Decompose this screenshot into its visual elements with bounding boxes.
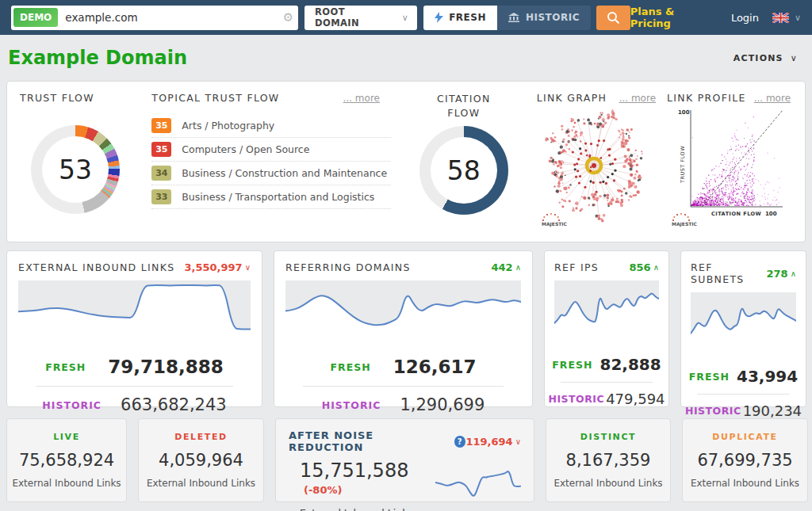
svg-text:100: 100 xyxy=(678,109,690,116)
topical-row[interactable]: 33 Business / Transportation and Logisti… xyxy=(151,185,391,209)
card-label: DISTINCT xyxy=(546,432,670,442)
metrics-row: EXTERNAL INBOUND LINKS 3,550,997∨ FRESH7… xyxy=(6,250,806,407)
duplicate-links-card: DUPLICATE 67,699,735 External Inbound Li… xyxy=(682,418,808,502)
historic-label: HISTORIC xyxy=(685,405,741,417)
chevron-up-icon: ∧ xyxy=(653,263,659,272)
topical-row[interactable]: 35 Arts / Photography xyxy=(151,114,391,138)
card-value: 67,699,735 xyxy=(683,451,807,470)
fresh-value: 43,994 xyxy=(737,367,798,386)
topical-row[interactable]: 34 Business / Construction and Maintenan… xyxy=(151,162,391,185)
topical-row[interactable]: 35 Computers / Open Source xyxy=(151,138,391,162)
card-label: AFTER NOISE REDUCTION xyxy=(289,429,449,453)
chevron-down-icon: ∨ xyxy=(515,437,521,446)
card-subtitle: External Inbound Links xyxy=(683,478,807,489)
citation-flow-value: 58 xyxy=(447,155,481,186)
domain-search-box: DEMO ⚙ xyxy=(11,6,298,30)
search-icon xyxy=(607,11,620,25)
fresh-value: 126,617 xyxy=(393,357,477,377)
card-value: 4,059,964 xyxy=(139,451,263,470)
language-selector[interactable]: ∨ xyxy=(772,13,801,23)
ref-subnets-card: REF SUBNETS 278∧ FRESH43,994 HISTORIC190… xyxy=(680,250,806,407)
domain-search-input[interactable] xyxy=(58,11,282,24)
topical-trust-flow-label: TOPICAL TRUST FLOW xyxy=(151,92,279,104)
after-noise-reduction-card: AFTER NOISE REDUCTION ? 119,694∨ 15,751,… xyxy=(275,418,534,502)
svg-text:MAJESTIC: MAJESTIC xyxy=(672,221,698,227)
divider xyxy=(303,386,504,387)
svg-text:CITATION FLOW: CITATION FLOW xyxy=(711,211,761,217)
topic-name: Business / Construction and Maintenance xyxy=(182,167,387,179)
chevron-down-icon: ∨ xyxy=(245,263,251,272)
card-subtitle: External Inbound Links xyxy=(300,507,435,511)
fresh-index-button[interactable]: FRESH xyxy=(423,6,497,30)
fresh-value: 79,718,888 xyxy=(108,357,224,377)
search-button[interactable] xyxy=(596,6,630,30)
percentage-change: (-80%) xyxy=(304,484,342,496)
divider xyxy=(561,382,653,383)
trust-flow-donut: 53 xyxy=(31,125,120,214)
delta-value[interactable]: 442∧ xyxy=(492,261,521,273)
historic-index-button[interactable]: HISTORIC xyxy=(497,6,591,30)
ref-ips-card: REF IPS 856∧ FRESH82,888 HISTORIC479,594 xyxy=(544,250,669,407)
topic-name: Business / Transportation and Logistics xyxy=(182,191,374,203)
fresh-label: FRESH xyxy=(331,361,371,373)
chevron-down-icon: ∨ xyxy=(791,53,798,63)
referring-domains-card: REFERRING DOMAINS 442∧ FRESH126,617 HIST… xyxy=(274,250,533,407)
topic-name: Computers / Open Source xyxy=(182,143,309,155)
historic-value: 190,234 xyxy=(743,402,802,419)
link-graph-more-link[interactable]: ... more xyxy=(619,93,656,104)
historic-value: 1,290,699 xyxy=(400,395,485,414)
delta-value[interactable]: 119,694∨ xyxy=(465,436,521,448)
citation-flow-section: CITATION FLOW 58 xyxy=(391,92,537,242)
topical-more-link[interactable]: ... more xyxy=(343,93,380,104)
external-inbound-links-card: EXTERNAL INBOUND LINKS 3,550,997∨ FRESH7… xyxy=(6,250,262,407)
nav-right: Plans & Pricing Login ∨ xyxy=(630,6,801,29)
trust-flow-section: TRUST FLOW 53 xyxy=(20,92,151,242)
svg-text:MAJESTIC: MAJESTIC xyxy=(542,221,568,227)
delta-value[interactable]: 3,550,997∨ xyxy=(184,261,251,273)
trust-flow-value: 53 xyxy=(59,154,92,185)
delta-value[interactable]: 856∧ xyxy=(630,261,659,273)
chevron-down-icon: ∨ xyxy=(402,13,408,23)
delta-value[interactable]: 278∧ xyxy=(767,268,796,280)
link-profile-section: LINK PROFILE ... more 100100TRUST FLOWCI… xyxy=(667,92,792,242)
citation-flow-donut: 58 xyxy=(419,126,508,215)
card-title: EXTERNAL INBOUND LINKS xyxy=(18,261,174,273)
root-domain-label: ROOT DOMAIN xyxy=(315,6,393,29)
sparkline-chart xyxy=(691,292,796,349)
topical-trust-flow-section: TOPICAL TRUST FLOW ... more 35 Arts / Ph… xyxy=(151,92,391,242)
deleted-links-card: DELETED 4,059,964 External Inbound Links xyxy=(138,418,264,502)
top-nav: DEMO ⚙ ROOT DOMAIN ∨ FRESH HISTORIC Plan… xyxy=(0,0,812,35)
card-title: REF IPS xyxy=(554,261,599,273)
historic-label: HISTORIC xyxy=(322,399,381,411)
card-value: 8,167,359 xyxy=(546,451,670,470)
sparkline-chart xyxy=(18,280,251,337)
uk-flag-icon xyxy=(772,13,789,23)
help-icon[interactable]: ? xyxy=(454,436,466,448)
trust-flow-label: TRUST FLOW xyxy=(20,92,151,104)
card-label: LIVE xyxy=(7,432,126,442)
gear-icon[interactable]: ⚙ xyxy=(283,12,293,24)
card-value: 15,751,588 xyxy=(300,460,408,482)
login-link[interactable]: Login xyxy=(731,12,759,24)
link-profile-scatter-chart[interactable]: 100100TRUST FLOWCITATION FLOWMAJESTIC xyxy=(667,104,792,229)
topic-score-badge: 35 xyxy=(151,142,171,157)
historic-label: HISTORIC xyxy=(42,399,102,411)
actions-label: ACTIONS xyxy=(733,53,783,63)
link-graph-visualization[interactable]: MAJESTIC xyxy=(537,104,662,231)
root-domain-dropdown[interactable]: ROOT DOMAIN ∨ xyxy=(304,6,417,30)
link-profile-more-link[interactable]: ... more xyxy=(754,93,791,104)
actions-dropdown[interactable]: ACTIONS ∨ xyxy=(733,53,798,63)
plans-pricing-link[interactable]: Plans & Pricing xyxy=(630,6,718,29)
card-subtitle: External Inbound Links xyxy=(139,478,263,489)
card-label: DUPLICATE xyxy=(683,432,807,442)
link-profile-label: LINK PROFILE xyxy=(667,92,746,104)
card-title: REFERRING DOMAINS xyxy=(285,261,411,273)
demo-badge: DEMO xyxy=(13,8,58,27)
chevron-up-icon: ∧ xyxy=(515,263,521,272)
svg-text:100: 100 xyxy=(765,211,777,217)
chevron-up-icon: ∧ xyxy=(791,269,796,278)
index-toggle: FRESH HISTORIC xyxy=(423,6,591,30)
topic-score-badge: 35 xyxy=(151,118,171,133)
divider xyxy=(697,394,790,395)
fresh-index-label: FRESH xyxy=(449,12,486,23)
